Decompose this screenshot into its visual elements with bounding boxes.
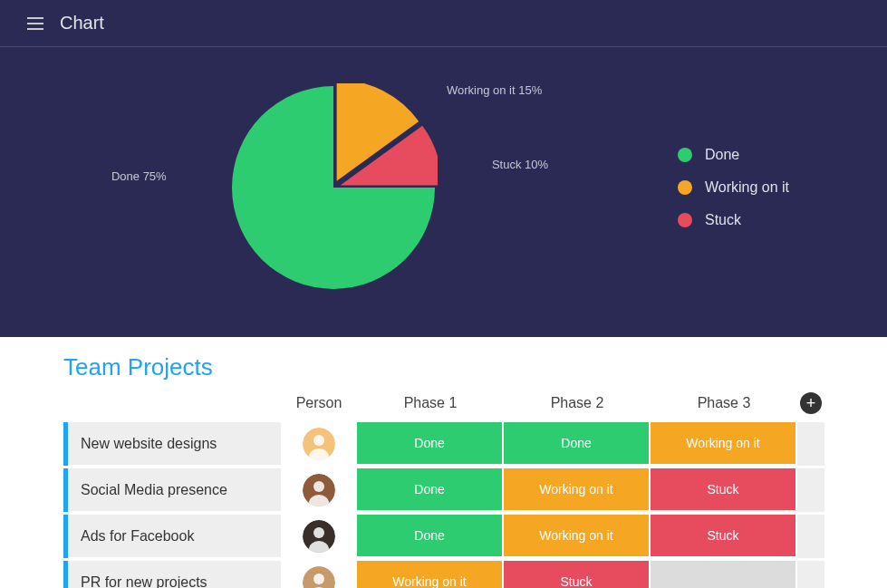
svg-point-4 [313, 481, 324, 492]
table-title: Team Projects [63, 353, 833, 381]
status-cell-phase3[interactable]: Stuck [651, 515, 797, 558]
task-cell[interactable]: PR for new projects [68, 561, 281, 588]
person-cell[interactable] [281, 422, 357, 466]
chart-area: Done 75% Working on it 15% Stuck 10% [98, 74, 569, 301]
status-cell-phase1[interactable]: Done [357, 468, 504, 512]
add-column-button[interactable]: + [800, 392, 822, 414]
svg-point-10 [313, 574, 324, 584]
avatar [303, 474, 335, 506]
avatar [303, 566, 335, 588]
task-cell[interactable]: Ads for Facebook [68, 515, 281, 558]
row-tail [797, 515, 824, 558]
task-cell[interactable]: Social Media presence [68, 468, 281, 512]
avatar [303, 428, 335, 460]
add-column-cell: + [797, 387, 824, 419]
status-cell-phase3[interactable]: Working on it [651, 422, 797, 466]
legend-dot-icon [678, 180, 692, 195]
row-tail [797, 468, 824, 512]
legend-item-done: Done [678, 147, 789, 163]
page-title: Chart [60, 13, 104, 34]
person-cell[interactable] [281, 561, 357, 588]
slice-label-stuck: Stuck 10% [492, 158, 548, 171]
legend-dot-icon [678, 148, 692, 162]
column-header-phase2: Phase 2 [504, 387, 651, 419]
status-cell-phase1[interactable]: Done [357, 515, 504, 558]
legend-item-working: Working on it [678, 179, 789, 196]
chart-panel: Done 75% Working on it 15% Stuck 10% Don… [0, 47, 887, 337]
chart-legend: Done Working on it Stuck [678, 130, 789, 245]
slice-label-done: Done 75% [111, 169, 167, 183]
avatar [303, 520, 335, 553]
row-tail [797, 422, 824, 466]
projects-grid: Person Phase 1 Phase 2 Phase 3 + New web… [63, 387, 833, 588]
status-cell-phase3[interactable]: Stuck [651, 468, 797, 512]
column-header-phase1: Phase 1 [357, 387, 504, 419]
person-cell[interactable] [281, 468, 357, 512]
status-cell-phase1[interactable]: Done [357, 422, 504, 466]
header: Chart [0, 0, 887, 47]
svg-point-1 [313, 435, 324, 446]
status-cell-phase2[interactable]: Working on it [504, 515, 651, 558]
person-cell[interactable] [281, 515, 357, 558]
status-cell-phase2[interactable]: Done [504, 422, 651, 466]
column-header-person: Person [281, 387, 357, 419]
pie-chart: Done 75% Working on it 15% Stuck 10% [229, 83, 438, 292]
slice-label-working: Working on it 15% [447, 83, 542, 97]
svg-point-7 [313, 527, 324, 538]
legend-item-stuck: Stuck [678, 212, 789, 228]
row-tail [797, 561, 824, 588]
column-header-phase3: Phase 3 [651, 387, 797, 419]
table-section: Team Projects Person Phase 1 Phase 2 Pha… [0, 337, 887, 588]
status-cell-phase3[interactable] [651, 561, 797, 588]
status-cell-phase2[interactable]: Working on it [504, 468, 651, 512]
legend-label: Stuck [705, 212, 741, 228]
legend-label: Working on it [705, 179, 789, 196]
task-cell[interactable]: New website designs [68, 422, 281, 466]
hamburger-menu-icon[interactable] [27, 17, 43, 30]
status-cell-phase2[interactable]: Stuck [504, 561, 651, 588]
plus-icon: + [806, 395, 816, 411]
status-cell-phase1[interactable]: Working on it [357, 561, 504, 588]
legend-label: Done [705, 147, 739, 163]
legend-dot-icon [678, 213, 692, 227]
